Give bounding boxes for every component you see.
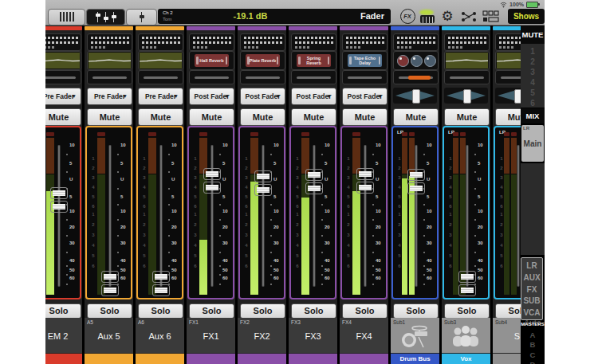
mute-group-button[interactable]: 1: [521, 47, 545, 56]
dynamics-thumbnail[interactable]: [87, 70, 132, 84]
masters-bank-vca[interactable]: VCA: [521, 308, 542, 317]
mute-button[interactable]: Mute: [444, 108, 490, 126]
solo-button[interactable]: Solo: [291, 303, 336, 319]
eq-thumbnail[interactable]: [87, 51, 132, 70]
fader-tap-dropdown[interactable]: Pre Fader▼: [87, 88, 132, 105]
geq-thumbnail[interactable]: [342, 33, 388, 51]
mute-button[interactable]: Mute: [87, 108, 132, 126]
shows-button[interactable]: Shows: [508, 9, 545, 24]
masters-bank-sub[interactable]: SUB: [521, 296, 542, 305]
fx-plugin-slot[interactable]: Hall Reverb: [189, 51, 234, 70]
dynamics-thumbnail[interactable]: [342, 70, 388, 84]
fader-track[interactable]: [262, 145, 265, 287]
dynamics-thumbnail[interactable]: [138, 70, 183, 84]
view-button-channels[interactable]: [48, 9, 85, 25]
masters-bank-aux[interactable]: AUX: [521, 273, 542, 282]
channel-name-plate[interactable]: FX1FX1: [187, 318, 235, 353]
dynamics-thumbnail[interactable]: [291, 70, 336, 84]
fader-tap-dropdown[interactable]: Pre Fader▼: [138, 88, 183, 105]
geq-thumbnail[interactable]: [189, 33, 234, 51]
channel-name-plate[interactable]: Sub3: [442, 318, 490, 353]
fader-track[interactable]: [57, 145, 61, 287]
fader-tap-dropdown[interactable]: Post Fader▼: [342, 88, 388, 105]
settings-button[interactable]: ⚙: [439, 8, 456, 25]
fader-cap[interactable]: [458, 271, 476, 296]
mute-button[interactable]: Mute: [189, 108, 234, 126]
geq-thumbnail[interactable]: [240, 33, 285, 51]
solo-button[interactable]: Solo: [393, 303, 439, 319]
mute-button[interactable]: Mute: [240, 108, 285, 126]
fader-tap-dropdown[interactable]: Post Fader▼: [240, 88, 285, 105]
fx-button[interactable]: FX: [399, 8, 416, 25]
mute-group-button[interactable]: 6: [521, 99, 545, 108]
eq-thumbnail[interactable]: [444, 51, 490, 70]
mute-button[interactable]: Mute: [342, 108, 388, 126]
channel-name-plate[interactable]: A5Aux 5: [85, 318, 133, 353]
fader-track[interactable]: [313, 145, 316, 287]
channel-name-plate[interactable]: FX4FX4: [340, 318, 388, 353]
fader-cap[interactable]: [203, 168, 221, 194]
fader-cap[interactable]: [152, 271, 170, 296]
geq-thumbnail[interactable]: [444, 33, 490, 51]
geq-thumbnail[interactable]: [393, 33, 439, 51]
fader-cap[interactable]: [356, 168, 374, 194]
fader-track[interactable]: [210, 145, 214, 287]
channel-name-plate[interactable]: A6Aux 6: [136, 318, 184, 353]
comp-knob[interactable]: [424, 55, 436, 67]
fader-track[interactable]: [364, 145, 367, 287]
masters-bank-lr[interactable]: LR: [521, 261, 542, 270]
solo-button[interactable]: Solo: [87, 303, 132, 319]
solo-button[interactable]: Solo: [189, 303, 234, 319]
mute-button[interactable]: Mute: [291, 108, 336, 126]
solo-button[interactable]: Solo: [342, 303, 388, 319]
geq-button[interactable]: [419, 8, 436, 25]
dynamics-thumbnail[interactable]: [393, 70, 439, 84]
fader-tap-dropdown[interactable]: Post Fader▼: [189, 88, 234, 105]
fader-cap[interactable]: [50, 187, 68, 213]
fx-plugin-slot[interactable]: Tape Echo Delay: [342, 51, 388, 70]
channel-name-plate[interactable]: FX2FX2: [238, 318, 286, 353]
view-group-button[interactable]: B: [521, 340, 545, 349]
fader-tap-dropdown[interactable]: Post Fader▼: [291, 88, 336, 105]
solo-button[interactable]: Solo: [138, 303, 183, 319]
solo-button[interactable]: Solo: [45, 303, 81, 319]
mute-group-button[interactable]: 2: [521, 57, 545, 66]
fx-plugin-slot[interactable]: Spring Reverb: [291, 51, 336, 70]
solo-button[interactable]: Solo: [240, 303, 285, 319]
channel-name-plate[interactable]: EM 2: [45, 318, 82, 353]
mix-select-main-button[interactable]: LR Main: [521, 125, 544, 162]
masters-bank-fx[interactable]: FX: [521, 285, 542, 294]
fader-cap[interactable]: [101, 271, 119, 296]
solo-button[interactable]: Solo: [444, 303, 490, 319]
comp-knob[interactable]: [411, 55, 423, 67]
view-button-faders[interactable]: [86, 9, 125, 25]
pan-control[interactable]: [444, 88, 488, 104]
geq-thumbnail[interactable]: [138, 33, 183, 51]
dynamics-thumbnail[interactable]: [444, 70, 490, 84]
pan-handle[interactable]: [412, 89, 420, 104]
eq-thumbnail[interactable]: [45, 51, 81, 70]
dynamics-thumbnail[interactable]: [45, 70, 81, 84]
channel-name-plate[interactable]: FX3FX3: [289, 318, 337, 353]
fader-track[interactable]: [466, 145, 469, 287]
geq-thumbnail[interactable]: [291, 33, 336, 51]
mute-button[interactable]: Mute: [138, 108, 183, 126]
view-button-single-fader[interactable]: [126, 9, 157, 25]
fader-track[interactable]: [517, 145, 520, 287]
fader-tap-dropdown[interactable]: Pre Fader▼: [45, 88, 81, 105]
pan-control[interactable]: [393, 88, 437, 104]
mute-group-button[interactable]: 3: [521, 68, 545, 76]
eq-thumbnail[interactable]: [138, 51, 183, 70]
geq-thumbnail[interactable]: [45, 33, 81, 51]
fx-plugin-slot[interactable]: Plate Reverb: [240, 51, 285, 70]
view-group-button[interactable]: A: [521, 331, 545, 339]
mute-button[interactable]: Mute: [45, 108, 81, 126]
fader-cap[interactable]: [305, 169, 323, 194]
geq-thumbnail[interactable]: [87, 33, 132, 51]
fader-track[interactable]: [415, 145, 418, 287]
fader-cap[interactable]: [407, 169, 425, 194]
fader-track[interactable]: [108, 145, 112, 287]
dynamics-thumbnail[interactable]: [189, 70, 234, 84]
fader-track[interactable]: [159, 145, 163, 287]
dynamics-thumbnail[interactable]: [240, 70, 285, 84]
